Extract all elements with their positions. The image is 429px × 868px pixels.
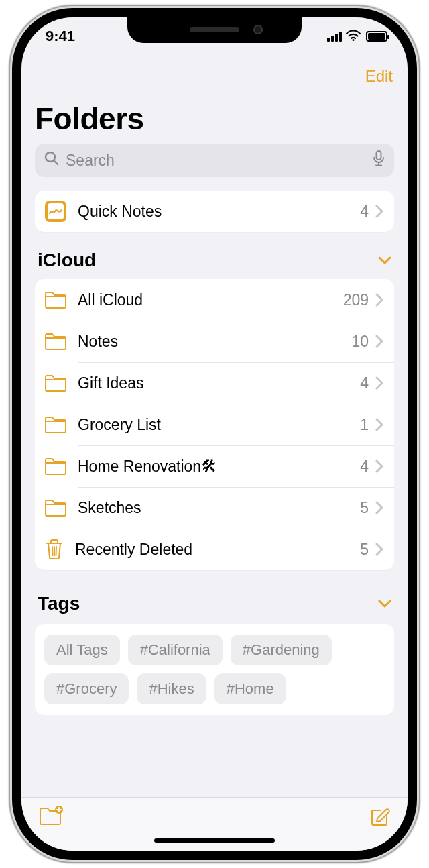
front-camera xyxy=(253,25,263,34)
quick-notes-icon xyxy=(44,200,67,223)
section-header-icloud[interactable]: iCloud xyxy=(35,250,394,271)
chevron-down-icon xyxy=(378,256,391,265)
folder-count: 5 xyxy=(360,499,369,517)
quick-notes-count: 4 xyxy=(360,203,369,221)
svg-point-0 xyxy=(353,39,355,41)
folder-icon xyxy=(44,498,67,517)
tag-chip[interactable]: All Tags xyxy=(44,635,120,665)
status-right xyxy=(327,28,387,45)
screen: 9:41 Edit Folders xyxy=(21,17,408,851)
search-input[interactable] xyxy=(66,152,366,170)
folder-count: 10 xyxy=(351,333,369,351)
earpiece-speaker xyxy=(190,27,239,32)
tag-chip[interactable]: #Home xyxy=(214,673,286,704)
folder-label: Notes xyxy=(78,333,351,351)
section-title-tags: Tags xyxy=(38,593,80,614)
tag-chip[interactable]: #Gardening xyxy=(231,635,332,665)
trash-icon xyxy=(44,539,64,560)
device-frame: 9:41 Edit Folders xyxy=(12,8,417,860)
svg-line-16 xyxy=(56,547,57,555)
notch xyxy=(127,17,302,43)
quick-notes-row[interactable]: Quick Notes 4 xyxy=(35,191,394,232)
tag-chip[interactable]: #Grocery xyxy=(44,673,129,704)
folder-row[interactable]: Gift Ideas4 xyxy=(35,362,394,404)
tag-chip[interactable]: #California xyxy=(128,635,223,665)
chevron-right-icon xyxy=(375,376,383,390)
cellular-signal-icon xyxy=(327,31,342,42)
folder-row[interactable]: Grocery List1 xyxy=(35,404,394,445)
folder-icon xyxy=(44,374,67,392)
svg-rect-3 xyxy=(377,151,381,160)
folder-row[interactable]: Recently Deleted5 xyxy=(35,529,394,570)
folder-label: All iCloud xyxy=(78,291,343,309)
new-folder-button[interactable] xyxy=(39,806,63,828)
chevron-down-icon xyxy=(378,599,391,608)
chevron-right-icon xyxy=(375,335,383,348)
tag-chip[interactable]: #Hikes xyxy=(137,673,206,704)
folder-icon xyxy=(44,415,67,434)
folder-label: Recently Deleted xyxy=(75,541,360,559)
folder-label: Gift Ideas xyxy=(78,374,360,392)
page-title: Folders xyxy=(35,101,394,137)
folder-icon xyxy=(44,457,67,476)
folder-icon xyxy=(44,290,67,309)
chevron-right-icon xyxy=(375,543,383,556)
wifi-icon xyxy=(346,28,361,45)
section-title-icloud: iCloud xyxy=(38,250,96,271)
icloud-folder-list: All iCloud209Notes10Gift Ideas4Grocery L… xyxy=(35,279,394,570)
home-indicator[interactable] xyxy=(154,838,275,843)
folder-row[interactable]: Home Renovation🛠4 xyxy=(35,445,394,487)
folder-icon xyxy=(44,332,67,351)
quick-notes-card: Quick Notes 4 xyxy=(35,191,394,232)
folder-label: Grocery List xyxy=(78,416,360,434)
folder-count: 5 xyxy=(360,541,369,559)
bottom-toolbar xyxy=(21,797,408,851)
quick-notes-label: Quick Notes xyxy=(78,203,360,221)
status-time: 9:41 xyxy=(46,28,75,45)
compose-button[interactable] xyxy=(369,806,390,830)
content-scroll[interactable]: Edit Folders Quick Notes xyxy=(21,55,408,797)
tags-list: All Tags#California#Gardening#Grocery#Hi… xyxy=(35,624,394,715)
folder-label: Sketches xyxy=(78,499,360,517)
folder-row[interactable]: All iCloud209 xyxy=(35,279,394,321)
folder-label: Home Renovation🛠 xyxy=(78,457,360,476)
search-icon xyxy=(44,151,59,170)
search-field[interactable] xyxy=(35,144,394,177)
dictate-icon[interactable] xyxy=(373,150,385,170)
chevron-right-icon xyxy=(375,293,383,307)
folder-count: 4 xyxy=(360,374,369,392)
folder-count: 4 xyxy=(360,457,369,476)
battery-icon xyxy=(366,31,387,42)
folder-count: 209 xyxy=(343,291,369,309)
svg-line-2 xyxy=(54,161,58,165)
folder-row[interactable]: Notes10 xyxy=(35,321,394,362)
chevron-right-icon xyxy=(375,459,383,473)
chevron-right-icon xyxy=(375,501,383,514)
chevron-right-icon xyxy=(375,205,383,218)
folder-row[interactable]: Sketches5 xyxy=(35,487,394,529)
chevron-right-icon xyxy=(375,418,383,431)
folder-count: 1 xyxy=(360,416,369,434)
section-header-tags[interactable]: Tags xyxy=(35,593,394,614)
edit-button[interactable]: Edit xyxy=(365,67,393,86)
svg-line-14 xyxy=(52,547,53,555)
